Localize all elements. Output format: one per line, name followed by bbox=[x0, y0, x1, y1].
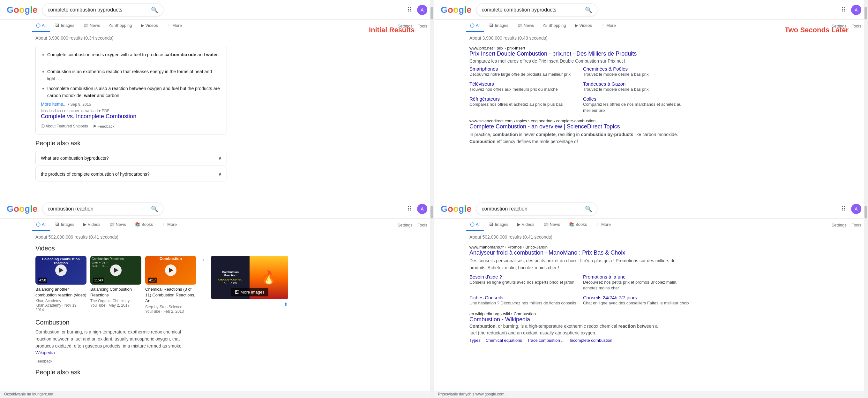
search-bar-tr[interactable]: complete combustion byproducts 🔍 bbox=[476, 3, 597, 16]
tab-videos-bl[interactable]: ▶ Videos bbox=[80, 219, 104, 231]
manomano-desc: Des conseils personnalisés, des petits p… bbox=[469, 257, 693, 272]
tab-videos-tr[interactable]: ▶ Videos bbox=[571, 20, 596, 32]
tab-news-tr[interactable]: 📰 News bbox=[514, 20, 538, 32]
ad-title-link[interactable]: Prix Insert Double Combustion - prix.net… bbox=[469, 51, 693, 57]
tab-images-br[interactable]: 🖼 Images bbox=[485, 219, 512, 231]
ad-item-smartphones[interactable]: Smartphones Découvrez notre large offre … bbox=[469, 66, 579, 77]
snippet-bullet-1: Complete combustion reacts oxygen with a… bbox=[47, 51, 221, 65]
tab-images-tr[interactable]: 🖼 Images bbox=[485, 20, 512, 32]
wiki-title-link[interactable]: Combustion - Wikipedia bbox=[469, 316, 530, 323]
search-bar-tl[interactable]: complete combustion byproducts 🔍 bbox=[42, 3, 163, 16]
manomano-item-promos[interactable]: Promotions à la une Découvrez nos petits… bbox=[583, 274, 693, 291]
scrollbar-tr[interactable] bbox=[864, 0, 868, 199]
tab-books-br[interactable]: 📚 Books bbox=[565, 219, 591, 231]
search-input-tr[interactable]: complete combustion byproducts bbox=[482, 7, 582, 13]
manomano-item-conseils[interactable]: Conseils 24/24h 7/7 jours Chat en ligne … bbox=[583, 295, 693, 306]
video-card-1[interactable]: Balancing combustion reaction 4:58 Balan… bbox=[35, 256, 87, 312]
tab-videos-tl[interactable]: ▶ Videos bbox=[137, 20, 162, 32]
ad-item-colles[interactable]: Colles Comparez les offres de nos marcha… bbox=[583, 96, 693, 113]
scrollbar-br[interactable] bbox=[864, 199, 868, 398]
ad-item-televiseurs[interactable]: Téléviseurs Trouvez nos offres aux meill… bbox=[469, 81, 579, 92]
wiki-sub-links: Types Chemical equations Trace combustio… bbox=[469, 338, 661, 343]
tab-news-br[interactable]: 📰 News bbox=[539, 219, 564, 231]
apps-icon-br[interactable]: ⠿ bbox=[841, 205, 846, 213]
search-input-tl[interactable]: complete combustion byproducts bbox=[48, 7, 148, 13]
feedback-btn-bl[interactable]: Feedback bbox=[35, 359, 52, 364]
settings-link-br[interactable]: Settings bbox=[832, 223, 847, 227]
manomano-title-link[interactable]: Analyseur froid à combustion - ManoMano … bbox=[469, 250, 693, 256]
status-bar-bl: Oczekiwanie na loungerc.net... bbox=[0, 391, 434, 398]
tab-more-tr[interactable]: ⋮ More bbox=[597, 20, 620, 32]
more-images-button[interactable]: 🖼 More images bbox=[231, 288, 268, 296]
manomano-item-aide[interactable]: Besoin d'aide ? Conseils en ligne gratui… bbox=[469, 274, 579, 291]
tab-more-bl[interactable]: ⋮ More bbox=[158, 219, 181, 231]
wiki-link-incomplete[interactable]: Incomplete combustion bbox=[569, 338, 612, 343]
manomano-item-fiches[interactable]: Fiches Conseils Une hésitation ? Découvr… bbox=[469, 295, 579, 306]
tab-videos-br[interactable]: ▶ Videos bbox=[514, 219, 538, 231]
search-input-br[interactable]: combustion reaction bbox=[482, 206, 582, 212]
panel-bottom-left: Google combustion reaction 🔍 ⠿ A All 🖼 I… bbox=[0, 199, 434, 398]
apps-icon-tl[interactable]: ⠿ bbox=[407, 6, 412, 14]
share-button[interactable]: ⬆ bbox=[284, 302, 288, 307]
apps-icon-bl[interactable]: ⠿ bbox=[407, 205, 412, 213]
search-button-bl[interactable]: 🔍 bbox=[151, 205, 158, 212]
feedback-link[interactable]: ⚑ Feedback bbox=[93, 124, 114, 129]
video-arrow-next[interactable]: › bbox=[200, 256, 208, 263]
more-items-link[interactable]: More items... • Sep 9, 2015 bbox=[41, 102, 221, 107]
play-button-3[interactable] bbox=[165, 264, 177, 276]
header-right-bl: ⠿ A bbox=[407, 204, 427, 214]
scrollbar-tl[interactable] bbox=[430, 0, 434, 199]
avatar-br[interactable]: A bbox=[851, 204, 861, 214]
tab-news-tl[interactable]: 📰 News bbox=[80, 20, 104, 32]
search-bar-bl[interactable]: combustion reaction 🔍 bbox=[42, 202, 163, 215]
search-bar-br[interactable]: combustion reaction 🔍 bbox=[476, 202, 597, 215]
ad-item-cheminees[interactable]: Cheminées & Poêles Trouvez le modèle dés… bbox=[583, 66, 693, 77]
search-input-bl[interactable]: combustion reaction bbox=[48, 206, 148, 212]
play-button-1[interactable] bbox=[55, 264, 67, 276]
header-right-tl: ⠿ A bbox=[407, 5, 427, 15]
tools-link-tr[interactable]: Tools bbox=[852, 24, 861, 28]
tab-shopping-tr[interactable]: 🛍 Shopping bbox=[539, 20, 570, 32]
initial-results-label: Initial Results bbox=[369, 26, 414, 34]
tab-images-bl[interactable]: 🖼 Images bbox=[51, 219, 78, 231]
wiki-link-equations[interactable]: Chemical equations bbox=[486, 338, 522, 343]
paa-item-2[interactable]: the products of complete combustion of h… bbox=[35, 167, 227, 181]
ad-item-refrigerateurs[interactable]: Réfrigérateurs Comparez nos offres et ac… bbox=[469, 96, 579, 113]
avatar-tl[interactable]: A bbox=[417, 5, 427, 15]
tools-link-tl[interactable]: Tools bbox=[418, 24, 427, 28]
avatar-tr[interactable]: A bbox=[851, 5, 861, 15]
tab-all-tr[interactable]: All bbox=[466, 20, 484, 32]
organic-title-link[interactable]: Complete Combustion - an overview | Scie… bbox=[469, 123, 693, 130]
video-card-2[interactable]: Combustion ReactionsC₃H₈ + D₂ →C₆H₄ + O₂… bbox=[90, 256, 142, 308]
wikipedia-link-bl[interactable]: Wikipedia bbox=[35, 350, 55, 355]
snippet-result-link[interactable]: Complete vs. Incomplete Combustion bbox=[41, 113, 221, 120]
about-featured-snippets[interactable]: ⓘ About Featured Snippets bbox=[41, 124, 88, 129]
tab-more-br[interactable]: ⋮ More bbox=[592, 219, 615, 231]
tab-all-bl[interactable]: All bbox=[32, 219, 50, 231]
tab-news-bl[interactable]: 📰 News bbox=[105, 219, 130, 231]
scrollbar-bl[interactable] bbox=[430, 199, 434, 398]
ad-item-tondeuses[interactable]: Tondeuses à Gazon Trouvez le modèle dési… bbox=[583, 81, 693, 92]
nav-right-br: Settings Tools bbox=[832, 223, 861, 227]
panel-bottom-right: Google combustion reaction 🔍 ⠿ A All 🖼 I… bbox=[434, 199, 868, 398]
search-button-tr[interactable]: 🔍 bbox=[585, 6, 592, 13]
tab-images-tl[interactable]: 🖼 Images bbox=[51, 20, 78, 32]
header-bottom-right: Google combustion reaction 🔍 ⠿ A bbox=[434, 199, 868, 219]
paa-item-1[interactable]: What are combustion byproducts? ∨ bbox=[35, 151, 227, 166]
wiki-link-trace[interactable]: Trace combustion ... bbox=[527, 338, 564, 343]
search-button-br[interactable]: 🔍 bbox=[585, 205, 592, 212]
avatar-bl[interactable]: A bbox=[417, 204, 427, 214]
tab-all-br[interactable]: All bbox=[466, 219, 484, 231]
video-card-3[interactable]: Combustion 4:17 Chemical Reactions (3 of… bbox=[145, 256, 196, 314]
tab-shopping-tl[interactable]: 🛍 Shopping bbox=[105, 20, 136, 32]
tools-link-br[interactable]: Tools bbox=[852, 223, 861, 227]
tab-books-bl[interactable]: 📚 Books bbox=[131, 219, 157, 231]
settings-link-bl[interactable]: Settings bbox=[398, 223, 413, 227]
apps-icon-tr[interactable]: ⠿ bbox=[841, 6, 846, 14]
tab-all-tl[interactable]: All bbox=[32, 20, 50, 32]
video-thumb-3: Combustion 4:17 bbox=[145, 256, 196, 285]
search-button-tl[interactable]: 🔍 bbox=[151, 6, 158, 13]
tools-link-bl[interactable]: Tools bbox=[418, 223, 427, 227]
tab-more-tl[interactable]: ⋮ More bbox=[163, 20, 186, 32]
wiki-link-types[interactable]: Types bbox=[469, 338, 480, 343]
